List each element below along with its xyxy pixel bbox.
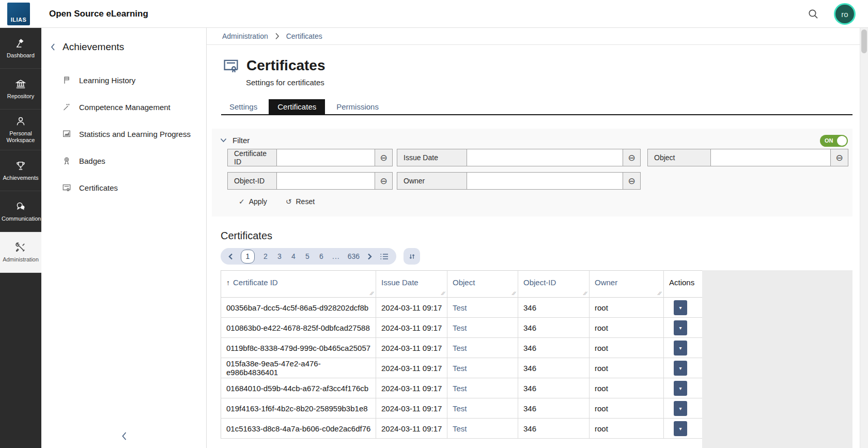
caret-down-icon: ▾ [679, 345, 681, 351]
column-header-owner[interactable]: Owner [590, 271, 664, 298]
certificate-id-input[interactable] [277, 149, 375, 166]
cell-owner: root [590, 378, 664, 398]
certificate-icon [62, 183, 71, 192]
cell-owner: root [590, 338, 664, 358]
rail-item-dashboard[interactable]: Dashboard [0, 28, 41, 69]
row-actions-dropdown-button[interactable]: ▾ [674, 381, 687, 396]
filter-on-toggle[interactable]: ON [820, 135, 848, 147]
tab-permissions[interactable]: Permissions [335, 99, 380, 114]
tab-settings[interactable]: Settings [228, 99, 258, 114]
table-empty-area [702, 270, 853, 448]
cell-object-link[interactable]: Test [447, 298, 518, 318]
chevron-right-icon [275, 33, 280, 40]
row-actions-dropdown-button[interactable]: ▾ [674, 361, 687, 376]
cell-certificate-id: 0119bf8c-8338-479d-999c-0b465ca25057 [221, 338, 376, 358]
pagination-ellipsis: ... [332, 252, 340, 260]
column-header-certificate-id[interactable]: ↑Certificate ID [221, 271, 376, 298]
cell-certificate-id: 01684010-d59b-44cb-a672-af3cc4f176cb [221, 378, 376, 398]
remove-filter-certificate-id-button[interactable]: ⊖ [375, 149, 392, 166]
column-header-object[interactable]: Object [447, 271, 518, 298]
rail-item-repository[interactable]: Repository [0, 69, 41, 110]
desk-lamp-icon [15, 38, 26, 49]
pagination-page-6[interactable]: 6 [318, 252, 324, 260]
row-actions-dropdown-button[interactable]: ▾ [674, 320, 687, 335]
pagination-next-icon[interactable] [367, 253, 372, 260]
apply-filter-button[interactable]: ✓ Apply [239, 197, 267, 206]
pagination-page-1[interactable]: 1 [241, 250, 255, 264]
remove-filter-owner-button[interactable]: ⊖ [623, 173, 640, 189]
cell-object-id: 346 [518, 398, 590, 419]
back-chevron-icon[interactable] [49, 41, 57, 53]
filter-field-object-id: Object-ID ⊖ [227, 172, 393, 190]
cell-actions: ▾ [664, 378, 703, 398]
tab-certificates[interactable]: Certificates [269, 99, 325, 114]
rail-item-communication[interactable]: Communication [0, 191, 41, 232]
caret-down-icon: ▾ [679, 365, 681, 371]
check-icon: ✓ [239, 197, 245, 206]
cell-object-link[interactable]: Test [447, 318, 518, 338]
subpanel-item-certificates[interactable]: Certificates [41, 174, 206, 201]
remove-filter-object-button[interactable]: ⊖ [830, 149, 848, 166]
subpanel-header: Achievements [41, 28, 206, 53]
pagination-page-636[interactable]: 636 [348, 252, 360, 260]
table-row: 019f4163-1f6f-4b2c-8b20-258959b3b1e8 202… [221, 398, 703, 419]
cell-object-link[interactable]: Test [447, 419, 518, 439]
cell-issue-date: 2024-03-11 09:17 [376, 338, 447, 358]
vertical-scrollbar[interactable] [860, 28, 868, 448]
object-id-input[interactable] [277, 173, 375, 189]
avatar[interactable]: ro [834, 3, 856, 25]
filter-field-object: Object ⊖ [647, 149, 848, 166]
ilias-logo[interactable]: ILIAS [7, 3, 30, 25]
row-actions-dropdown-button[interactable]: ▾ [674, 401, 687, 416]
search-icon[interactable] [807, 8, 819, 20]
pagination-page-5[interactable]: 5 [304, 252, 311, 260]
breadcrumb-administration[interactable]: Administration [222, 32, 268, 40]
cell-object-link[interactable]: Test [447, 398, 518, 419]
subpanel-item-learning-history[interactable]: Learning History [41, 67, 206, 94]
chat-bubbles-icon [15, 201, 26, 212]
pagination-page-2[interactable]: 2 [262, 252, 269, 260]
cell-object-link[interactable]: Test [447, 338, 518, 358]
pagination-page-4[interactable]: 4 [290, 252, 297, 260]
pagination-page-3[interactable]: 3 [276, 252, 283, 260]
remove-filter-object-id-button[interactable]: ⊖ [375, 173, 392, 189]
caret-down-icon: ▾ [679, 325, 681, 331]
cell-actions: ▾ [664, 298, 703, 318]
rail-item-personal-workspace[interactable]: Personal Workspace [0, 110, 41, 150]
table-row: 0119bf8c-8338-479d-999c-0b465ca25057 202… [221, 338, 703, 358]
subpanel-item-competence-management[interactable]: Competence Management [41, 94, 206, 120]
cell-issue-date: 2024-03-11 09:17 [376, 318, 447, 338]
row-actions-dropdown-button[interactable]: ▾ [674, 341, 687, 356]
table-row: 01684010-d59b-44cb-a672-af3cc4f176cb 202… [221, 378, 703, 398]
rail-item-achievements[interactable]: Achievements [0, 150, 41, 191]
breadcrumb-certificates[interactable]: Certificates [286, 32, 322, 40]
column-header-object-id[interactable]: Object-ID [518, 271, 590, 298]
cell-object-link[interactable]: Test [447, 358, 518, 378]
row-actions-dropdown-button[interactable]: ▾ [674, 300, 687, 315]
pagination-prev-icon[interactable] [228, 253, 233, 260]
issue-date-input[interactable] [467, 149, 623, 166]
pagination-pill: 123456...636 [221, 248, 396, 265]
cell-object-link[interactable]: Test [447, 378, 518, 398]
object-input[interactable] [711, 149, 830, 166]
subpanel-item-badges[interactable]: Badges [41, 147, 206, 174]
user-icon [15, 116, 26, 127]
cell-owner: root [590, 398, 664, 419]
subpanel-item-statistics[interactable]: Statistics and Learning Progress [41, 120, 206, 147]
scrollbar-thumb[interactable] [861, 29, 867, 53]
filter-collapse-header[interactable]: Filter [212, 129, 853, 149]
cell-issue-date: 2024-03-11 09:17 [376, 398, 447, 419]
page-head: Certificates Settings for certificates [207, 45, 860, 99]
row-actions-dropdown-button[interactable]: ▾ [674, 421, 687, 436]
column-header-issue-date[interactable]: Issue Date [376, 271, 447, 298]
rail-item-administration[interactable]: Administration [0, 232, 41, 273]
rows-per-page-list-icon[interactable] [380, 253, 389, 260]
owner-input[interactable] [467, 173, 623, 189]
filter-fields: Certificate ID ⊖ Issue Date ⊖ Object ⊖ [212, 149, 853, 190]
cell-owner: root [590, 419, 664, 439]
reset-filter-button[interactable]: ↺ Reset [286, 197, 315, 206]
filter-field-certificate-id: Certificate ID ⊖ [227, 149, 393, 166]
sort-order-button[interactable] [404, 248, 420, 265]
remove-filter-issue-date-button[interactable]: ⊖ [623, 149, 640, 166]
collapse-panel-chevron-icon[interactable] [119, 429, 129, 443]
